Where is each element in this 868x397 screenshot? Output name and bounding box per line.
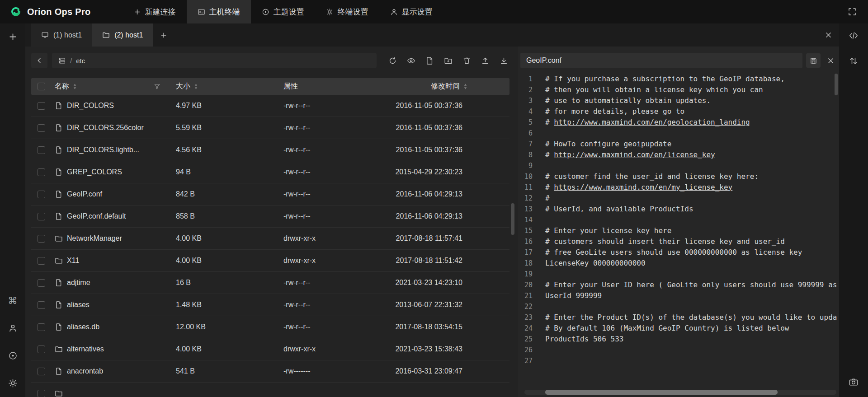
row-checkbox[interactable] <box>38 213 45 220</box>
file-name[interactable]: GREP_COLORS <box>67 168 122 176</box>
file-name[interactable]: adjtime <box>67 279 90 287</box>
file-name[interactable]: X11 <box>67 257 79 265</box>
shortcuts-button[interactable]: ⌘ <box>6 294 19 307</box>
code-line[interactable]: 25 ProductIds 506 533 <box>520 334 837 345</box>
preview-button[interactable] <box>405 55 417 66</box>
row-checkbox[interactable] <box>38 346 45 353</box>
code-line[interactable]: 3 # use to automatically obtain updates. <box>520 95 837 106</box>
table-row[interactable]: DIR_COLORS 4.97 KB -rw-r--r-- 2016-11-05… <box>31 95 509 117</box>
code-line[interactable]: 12 # <box>520 193 837 204</box>
code-line[interactable]: 22 <box>520 301 837 312</box>
code-line[interactable]: 14 <box>520 215 837 225</box>
path-segment[interactable]: etc <box>76 57 85 65</box>
code-line[interactable]: 18 LicenseKey 000000000000 <box>520 258 837 269</box>
row-checkbox[interactable] <box>38 390 45 397</box>
tab-host1-files[interactable]: (2) host1 <box>92 23 153 47</box>
column-header-mtime[interactable]: 修改时间 <box>431 82 460 91</box>
table-row[interactable]: GeoIP.conf.default 858 B -rw-r--r-- 2016… <box>31 206 509 228</box>
row-checkbox[interactable] <box>38 146 45 154</box>
code-line[interactable]: 5 # http://www.maxmind.com/en/geolocatio… <box>520 117 837 128</box>
row-checkbox[interactable] <box>38 124 45 132</box>
code-line[interactable]: 15 # Enter your license key here <box>520 225 837 236</box>
row-checkbox[interactable] <box>38 257 45 265</box>
back-button[interactable] <box>31 53 47 68</box>
select-all-checkbox[interactable] <box>38 83 45 90</box>
code-line[interactable]: 11 # https://www.maxmind.com/en/my_licen… <box>520 182 837 193</box>
code-line[interactable]: 24 # By default 106 (MaxMind GeoIP Count… <box>520 323 837 334</box>
users-button[interactable] <box>6 321 19 335</box>
table-row[interactable]: adjtime 16 B -rw-r--r-- 2021-03-23 14:23… <box>31 272 509 294</box>
swap-layout-button[interactable] <box>847 54 860 68</box>
brand[interactable]: Orion Ops Pro <box>9 0 91 23</box>
upload-button[interactable] <box>479 55 491 66</box>
code-line[interactable]: 26 <box>520 345 837 355</box>
breadcrumb[interactable]: / etc <box>52 53 377 68</box>
sort-icon[interactable] <box>463 83 468 90</box>
code-line[interactable]: 9 <box>520 160 837 171</box>
code-line[interactable]: 16 # customers should insert their licen… <box>520 236 837 247</box>
code-link[interactable]: http://www.maxmind.com/en/license_key <box>554 150 715 159</box>
column-header-size[interactable]: 大小 <box>176 82 190 91</box>
tab-host1-terminal[interactable]: (1) host1 <box>31 23 92 47</box>
fullscreen-button[interactable] <box>846 6 858 18</box>
code-editor[interactable]: 1 # If you purchase a subscription to th… <box>520 74 837 397</box>
code-line[interactable]: 10 # customer find the user_id and licen… <box>520 171 837 182</box>
table-row[interactable]: alternatives 4.00 KB drwxr-xr-x 2021-03-… <box>31 338 509 360</box>
theme-button[interactable] <box>6 349 19 362</box>
code-link[interactable]: https://www.maxmind.com/en/my_license_ke… <box>554 183 732 191</box>
file-name[interactable]: aliases <box>67 301 90 309</box>
column-header-attrs[interactable]: 属性 <box>283 82 298 90</box>
table-row[interactable]: aliases 1.48 KB -rw-r--r-- 2013-06-07 22… <box>31 294 509 316</box>
table-row[interactable]: NetworkManager 4.00 KB drwxr-xr-x 2017-0… <box>31 228 509 250</box>
code-line[interactable]: 6 <box>520 128 837 139</box>
table-row[interactable]: X11 4.00 KB drwxr-xr-x 2017-08-18 11:51:… <box>31 250 509 272</box>
sort-icon[interactable] <box>72 83 77 90</box>
scrollbar-thumb[interactable] <box>545 390 778 395</box>
table-row-partial[interactable] <box>31 383 509 397</box>
table-row[interactable]: DIR_COLORS.256color 5.59 KB -rw-r--r-- 2… <box>31 117 509 139</box>
menu-item-terminal-settings[interactable]: 终端设置 <box>315 0 379 23</box>
new-folder-button[interactable] <box>442 55 454 66</box>
download-button[interactable] <box>498 55 509 66</box>
row-checkbox[interactable] <box>38 168 45 176</box>
file-name[interactable]: DIR_COLORS <box>67 102 114 110</box>
column-header-name[interactable]: 名称 <box>55 82 69 91</box>
new-file-button[interactable] <box>424 55 435 66</box>
new-tab-button[interactable] <box>6 30 19 43</box>
menu-item-new-connection[interactable]: 新建连接 <box>123 0 187 23</box>
table-row[interactable]: GeoIP.conf 842 B -rw-r--r-- 2016-11-06 0… <box>31 183 509 206</box>
row-checkbox[interactable] <box>38 279 45 287</box>
table-row[interactable]: anacrontab 541 B -rw------- 2016-03-31 2… <box>31 360 509 383</box>
editor-vertical-scrollbar[interactable] <box>835 74 838 95</box>
code-line[interactable]: 2 # then you will obtain a license key w… <box>520 84 837 95</box>
menu-item-display-settings[interactable]: 显示设置 <box>379 0 443 23</box>
file-name[interactable]: DIR_COLORS.lightb... <box>67 146 139 154</box>
row-checkbox[interactable] <box>38 301 45 309</box>
sort-icon[interactable] <box>193 83 198 90</box>
file-name[interactable]: anacrontab <box>67 367 103 375</box>
code-line[interactable]: 20 # Enter your User ID here ( GeoLite o… <box>520 280 837 290</box>
close-panel-button[interactable] <box>819 23 837 47</box>
code-line[interactable]: 8 # http://www.maxmind.com/en/license_ke… <box>520 149 837 160</box>
close-editor-button[interactable] <box>824 53 837 68</box>
menu-item-host-terminal[interactable]: 主机终端 <box>187 0 251 23</box>
file-name[interactable]: alternatives <box>67 345 104 353</box>
file-name[interactable]: DIR_COLORS.256color <box>67 124 144 132</box>
add-tab-button[interactable] <box>153 23 174 47</box>
file-name[interactable]: GeoIP.conf.default <box>67 212 126 220</box>
code-view-button[interactable] <box>847 29 860 42</box>
table-row[interactable]: GREP_COLORS 94 B -rw-r--r-- 2015-04-29 2… <box>31 161 509 183</box>
row-checkbox[interactable] <box>38 191 45 198</box>
row-checkbox[interactable] <box>38 368 45 375</box>
code-line[interactable]: 21 UserId 999999 <box>520 290 837 301</box>
table-row[interactable]: aliases.db 12.00 KB -rw-r--r-- 2017-08-1… <box>31 316 509 338</box>
row-checkbox[interactable] <box>38 102 45 110</box>
code-link[interactable]: http://www.maxmind.com/en/geolocation_la… <box>554 118 750 126</box>
save-file-button[interactable] <box>806 53 821 68</box>
menu-item-theme-settings[interactable]: 主题设置 <box>251 0 315 23</box>
row-checkbox[interactable] <box>38 235 45 243</box>
code-line[interactable]: 1 # If you purchase a subscription to th… <box>520 74 837 84</box>
refresh-button[interactable] <box>387 55 398 66</box>
code-line[interactable]: 27 <box>520 355 837 366</box>
editor-horizontal-scrollbar[interactable] <box>524 390 836 395</box>
